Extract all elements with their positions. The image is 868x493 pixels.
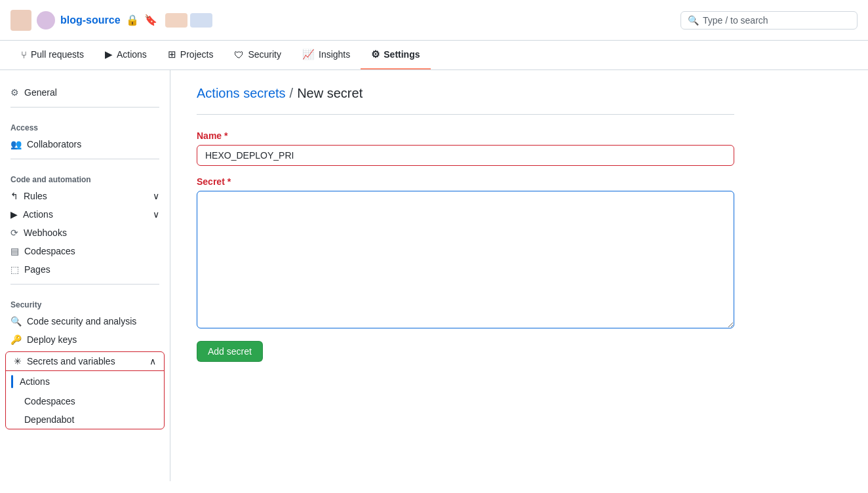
deploy-keys-label: Deploy keys <box>27 334 77 345</box>
sidebar-child-actions[interactable]: Actions <box>6 371 164 392</box>
name-input[interactable] <box>197 145 734 166</box>
actions-icon: ▶ <box>105 49 113 60</box>
repo-name[interactable]: blog-source <box>60 14 121 26</box>
tab-security[interactable]: 🛡 Security <box>224 41 292 69</box>
sidebar-child-codespaces[interactable]: Codespaces <box>6 392 164 410</box>
rules-icon: ↰ <box>10 191 18 201</box>
sidebar-group-secrets: ✳ Secrets and variables ∧ Actions Codesp… <box>5 351 165 429</box>
secret-required: * <box>227 176 231 187</box>
content-area: Actions secrets / New secret Name * Secr… <box>170 70 760 481</box>
breadcrumb: Actions secrets / New secret <box>197 86 734 101</box>
sidebar-divider-3 <box>10 284 159 285</box>
actions-sidebar-label: Actions <box>23 209 53 220</box>
secrets-codespaces-label: Codespaces <box>24 396 75 406</box>
rules-chevron-icon: ∨ <box>153 191 159 201</box>
tab-actions[interactable]: ▶ Actions <box>94 41 157 69</box>
secret-textarea[interactable] <box>197 191 734 328</box>
breadcrumb-link[interactable]: Actions secrets <box>197 86 286 101</box>
secret-label: Secret * <box>197 176 734 187</box>
sidebar-item-codespaces[interactable]: ▤ Codespaces <box>0 242 170 260</box>
secrets-variables-header[interactable]: ✳ Secrets and variables ∧ <box>6 352 164 370</box>
tab-settings[interactable]: ⚙ Settings <box>361 41 430 69</box>
secrets-dependabot-label: Dependabot <box>24 414 74 425</box>
tab-actions-label: Actions <box>117 49 147 60</box>
codespaces-icon: ▤ <box>10 246 19 256</box>
actions-sidebar-icon: ▶ <box>10 209 18 220</box>
collaborators-icon: 👥 <box>10 139 22 149</box>
rules-label: Rules <box>24 191 47 201</box>
pull-requests-icon: ⑂ <box>21 49 27 60</box>
sidebar-item-actions[interactable]: ▶ Actions ∨ <box>0 205 170 224</box>
sidebar-item-code-security[interactable]: 🔍 Code security and analysis <box>0 312 170 330</box>
gear-icon: ⚙ <box>10 87 19 98</box>
content-divider <box>197 114 734 115</box>
tab-insights[interactable]: 📈 Insights <box>292 41 361 69</box>
secrets-chevron-up-icon: ∧ <box>149 356 156 366</box>
sidebar-item-pages[interactable]: ⬚ Pages <box>0 260 170 279</box>
sidebar-divider-1 <box>10 107 159 108</box>
webhooks-icon: ⟳ <box>10 227 18 238</box>
tab-projects[interactable]: ⊞ Projects <box>157 41 224 69</box>
pages-icon: ⬚ <box>10 264 19 275</box>
deploy-keys-icon: 🔑 <box>10 334 22 345</box>
secrets-variables-label: Secrets and variables <box>27 356 115 366</box>
secrets-actions-label: Actions <box>20 376 50 387</box>
contrib-avatar-1 <box>165 13 187 28</box>
active-indicator <box>11 375 13 388</box>
sidebar-item-collaborators[interactable]: 👥 Collaborators <box>0 135 170 153</box>
sidebar-item-webhooks[interactable]: ⟳ Webhooks <box>0 224 170 242</box>
insights-icon: 📈 <box>302 49 315 60</box>
actions-left: ▶ Actions <box>10 209 53 220</box>
security-section-label: Security <box>0 290 170 312</box>
settings-icon: ⚙ <box>371 49 380 60</box>
codespaces-label: Codespaces <box>24 246 75 256</box>
code-security-label: Code security and analysis <box>27 316 136 326</box>
pages-label: Pages <box>24 264 50 275</box>
name-required: * <box>224 130 227 141</box>
top-header: blog-source 🔒 🔖 🔍 Type / to search <box>0 0 868 41</box>
contrib-avatar-2 <box>190 13 212 28</box>
breadcrumb-current: New secret <box>297 86 363 101</box>
sidebar-item-deploy-keys[interactable]: 🔑 Deploy keys <box>0 330 170 349</box>
sidebar-item-rules[interactable]: ↰ Rules ∨ <box>0 187 170 205</box>
lock-icon: 🔒 <box>126 14 139 26</box>
sidebar-child-dependabot[interactable]: Dependabot <box>6 410 164 429</box>
nav-tabs: ⑂ Pull requests ▶ Actions ⊞ Projects 🛡 S… <box>0 41 868 70</box>
add-secret-button[interactable]: Add secret <box>197 341 263 362</box>
tab-security-label: Security <box>248 49 281 60</box>
tab-pull-requests[interactable]: ⑂ Pull requests <box>10 41 94 69</box>
tab-pull-requests-label: Pull requests <box>31 49 84 60</box>
bookmark-icon[interactable]: 🔖 <box>144 14 157 26</box>
sidebar-item-general[interactable]: ⚙ General <box>0 83 170 102</box>
add-secret-label: Add secret <box>208 346 252 357</box>
sidebar-divider-2 <box>10 159 159 159</box>
name-label: Name * <box>197 130 734 141</box>
avatar <box>10 10 31 31</box>
search-icon: 🔍 <box>688 15 699 26</box>
collaborators-label: Collaborators <box>27 139 81 149</box>
secrets-left: ✳ Secrets and variables <box>14 356 115 366</box>
search-placeholder: Type / to search <box>703 15 768 26</box>
breadcrumb-separator: / <box>290 86 294 101</box>
security-icon: 🛡 <box>234 49 244 60</box>
sidebar: ⚙ General Access 👥 Collaborators Code an… <box>0 70 170 481</box>
repo-info: blog-source 🔒 🔖 <box>10 10 212 31</box>
name-form-group: Name * <box>197 130 734 166</box>
tab-settings-label: Settings <box>384 49 420 60</box>
rules-left: ↰ Rules <box>10 191 47 201</box>
code-automation-section-label: Code and automation <box>0 165 170 187</box>
avatar-2 <box>37 11 55 30</box>
actions-chevron-icon: ∨ <box>153 209 159 220</box>
secret-form-group: Secret * <box>197 176 734 330</box>
search-bar[interactable]: 🔍 Type / to search <box>681 11 858 30</box>
webhooks-label: Webhooks <box>24 227 67 238</box>
projects-icon: ⊞ <box>168 49 176 60</box>
sidebar-general-label: General <box>24 87 57 98</box>
access-section-label: Access <box>0 113 170 135</box>
secrets-icon: ✳ <box>14 356 22 366</box>
tab-projects-label: Projects <box>180 49 214 60</box>
code-security-icon: 🔍 <box>10 316 22 326</box>
secrets-actions-wrapper: Actions <box>6 370 164 392</box>
main-layout: ⚙ General Access 👥 Collaborators Code an… <box>0 70 868 481</box>
tab-insights-label: Insights <box>319 49 350 60</box>
